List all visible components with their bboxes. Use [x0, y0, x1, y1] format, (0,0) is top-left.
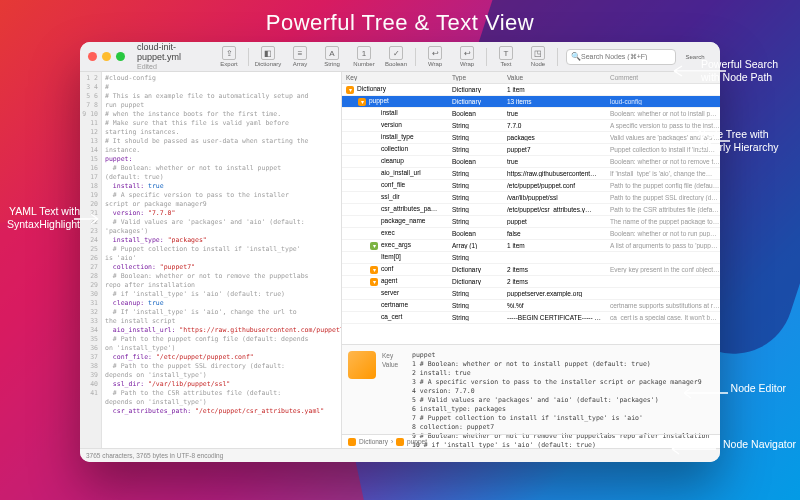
- wrap-button-2[interactable]: ↩Wrap: [452, 46, 482, 67]
- wrap-button-1[interactable]: ↩Wrap: [420, 46, 450, 67]
- ne-key-value: puppet: [412, 351, 714, 360]
- string-icon: A: [325, 46, 339, 60]
- chevron-right-icon: ›: [391, 438, 393, 445]
- callout-node-editor: Node Editor: [731, 382, 786, 395]
- tree-row[interactable]: collectionStringpuppet7Puppet collection…: [342, 144, 720, 156]
- node-cube-icon: [348, 351, 376, 379]
- search-input[interactable]: [581, 53, 671, 60]
- tree-row[interactable]: ▾puppetDictionary13 itemsloud-config: [342, 96, 720, 108]
- status-bar: 3765 characters, 3765 bytes in UTF-8 enc…: [80, 448, 720, 462]
- tree-row[interactable]: ▾exec_argsArray (1)1 itemA list of argum…: [342, 240, 720, 252]
- search-icon: 🔍: [571, 52, 581, 61]
- text-icon: T: [499, 46, 513, 60]
- tree-row[interactable]: aio_install_urlStringhttps://raw.githubu…: [342, 168, 720, 180]
- crumb-leaf[interactable]: puppet: [407, 438, 427, 445]
- tree-row[interactable]: ca_certString-----BEGIN CERTIFICATE-----…: [342, 312, 720, 324]
- string-button[interactable]: AString: [317, 46, 347, 67]
- export-button[interactable]: ⇪Export: [214, 46, 244, 67]
- breadcrumb[interactable]: Dictionary › puppet: [342, 434, 720, 448]
- titlebar: cloud-init-puppet.yml Edited ⇪Export ◧Di…: [80, 42, 720, 72]
- text-view-button[interactable]: TText: [491, 46, 521, 67]
- dictionary-icon: [348, 438, 356, 446]
- tree-row[interactable]: ▾DictionaryDictionary1 item: [342, 84, 720, 96]
- tree-row[interactable]: conf_fileString/etc/puppet/puppet.confPa…: [342, 180, 720, 192]
- dictionary-icon: [396, 438, 404, 446]
- tree-row[interactable]: ▾confDictionary2 itemsEvery key present …: [342, 264, 720, 276]
- tree-row[interactable]: serverStringpuppetserver.example.org: [342, 288, 720, 300]
- arrow-icon: [702, 134, 732, 148]
- tree-row[interactable]: ssl_dirString/var/lib/puppet/sslPath to …: [342, 192, 720, 204]
- ne-key-label: Key: [382, 351, 412, 360]
- tree-row[interactable]: Item[0]String: [342, 252, 720, 264]
- node-view-button[interactable]: ◳Node: [523, 46, 553, 67]
- tree-row[interactable]: certnameString%i.%fcertname supports sub…: [342, 300, 720, 312]
- window-subtitle: Edited: [137, 63, 202, 71]
- boolean-icon: ✓: [389, 46, 403, 60]
- array-icon: ≡: [293, 46, 307, 60]
- node-editor[interactable]: Keypuppet Value1 # Boolean: whether or n…: [342, 344, 720, 434]
- tree-row[interactable]: versionString7.7.0A specific version to …: [342, 120, 720, 132]
- array-button[interactable]: ≡Array: [285, 46, 315, 67]
- tree-row[interactable]: cleanupBooleantrueBoolean: whether or no…: [342, 156, 720, 168]
- number-icon: 1: [357, 46, 371, 60]
- arrow-icon: [72, 212, 102, 226]
- dictionary-button[interactable]: ◧Dictionary: [253, 46, 283, 67]
- tree-row[interactable]: installBooleantrueBoolean: whether or no…: [342, 108, 720, 120]
- minimize-icon[interactable]: [102, 52, 111, 61]
- node-tree[interactable]: ▾DictionaryDictionary1 item▾puppetDictio…: [342, 84, 720, 344]
- line-gutter: 1 2 3 4 5 6 7 8 9 10 11 12 13 14 15 16 1…: [80, 72, 102, 448]
- tree-header: Key Type Value Comment: [342, 72, 720, 84]
- app-window: cloud-init-puppet.yml Edited ⇪Export ◧Di…: [80, 42, 720, 462]
- tree-row[interactable]: package_nameStringpuppetThe name of the …: [342, 216, 720, 228]
- number-button[interactable]: 1Number: [349, 46, 379, 67]
- node-icon: ◳: [531, 46, 545, 60]
- tree-row[interactable]: csr_attributes_pa…String/etc/puppet/csr_…: [342, 204, 720, 216]
- arrow-icon: [668, 64, 728, 78]
- arrow-icon: [680, 386, 730, 400]
- page-title: Powerful Tree & Text View: [0, 0, 800, 42]
- callout-yaml: YAML Text withSyntaxHighlight: [2, 205, 80, 231]
- dictionary-icon: ◧: [261, 46, 275, 60]
- boolean-button[interactable]: ✓Boolean: [381, 46, 411, 67]
- callout-navigator: Node Navigator: [723, 438, 796, 451]
- zoom-icon[interactable]: [116, 52, 125, 61]
- wrap-icon: ↩: [460, 46, 474, 60]
- window-filename: cloud-init-puppet.yml: [137, 43, 202, 63]
- yaml-editor[interactable]: #cloud-config## This is an example file …: [102, 72, 342, 448]
- crumb-root[interactable]: Dictionary: [359, 438, 388, 445]
- tree-row[interactable]: install_typeStringpackagesValid values a…: [342, 132, 720, 144]
- close-icon[interactable]: [88, 52, 97, 61]
- wrap-icon: ↩: [428, 46, 442, 60]
- tree-row[interactable]: ▾agentDictionary2 items: [342, 276, 720, 288]
- arrow-icon: [668, 442, 718, 456]
- search-input-wrapper[interactable]: 🔍: [566, 49, 676, 65]
- tree-row[interactable]: execBooleanfalseBoolean: whether or not …: [342, 228, 720, 240]
- export-icon: ⇪: [222, 46, 236, 60]
